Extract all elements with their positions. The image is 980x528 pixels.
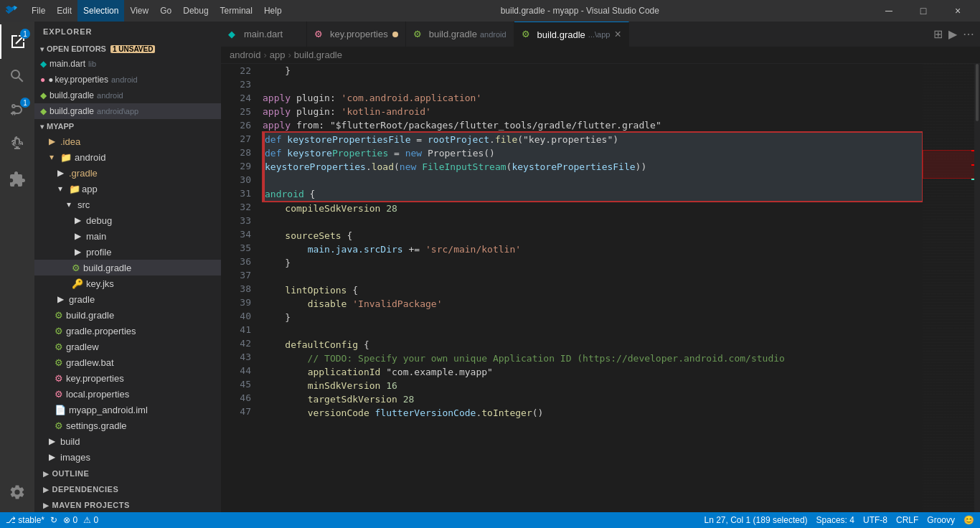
gradlew-bat-filename: gradlew.bat bbox=[66, 357, 114, 368]
main-dart-icon: ◆ bbox=[40, 59, 47, 69]
build-folder-chevron: ▶ bbox=[46, 435, 57, 447]
maximize-button[interactable]: □ bbox=[907, 0, 940, 22]
open-editor-build-gradle-android[interactable]: ◆ build.gradle android bbox=[34, 88, 221, 103]
run-icon[interactable]: ▶ bbox=[948, 27, 957, 41]
build-gradle-app-icon: ◆ bbox=[40, 106, 47, 116]
menu-selection[interactable]: Selection bbox=[77, 0, 124, 22]
sync-icon[interactable]: ↻ bbox=[50, 515, 57, 525]
debug-folder-name: debug bbox=[86, 215, 112, 226]
indentation[interactable]: Spaces: 4 bbox=[816, 515, 854, 525]
gradle-dir-chevron: ▶ bbox=[55, 293, 66, 305]
outline-section-label[interactable]: ▶ OUTLINE bbox=[34, 465, 221, 481]
code-line-43: // TODO: Specify your own unique Applica… bbox=[263, 352, 923, 365]
code-area[interactable]: 2223242526272829303132333435363738394041… bbox=[221, 64, 980, 512]
tab-build-gradle-android[interactable]: ⚙ build.gradle android bbox=[406, 22, 514, 47]
split-editor-icon[interactable]: ⊞ bbox=[933, 27, 943, 41]
tab-key-properties[interactable]: ⚙ key.properties bbox=[307, 22, 406, 47]
activity-search[interactable] bbox=[0, 59, 34, 93]
tree-debug-folder[interactable]: ▶ debug bbox=[34, 212, 221, 228]
tab-main-dart[interactable]: ◆ main.dart bbox=[221, 22, 307, 47]
close-button[interactable]: × bbox=[941, 0, 974, 22]
tree-profile-folder[interactable]: ▶ profile bbox=[34, 244, 221, 260]
tree-local-properties[interactable]: ⚙ local.properties bbox=[34, 386, 221, 402]
maven-section-label[interactable]: ▶ MAVEN PROJECTS bbox=[34, 496, 221, 512]
deps-chevron: ▶ bbox=[43, 486, 50, 494]
cursor-position[interactable]: Ln 27, Col 1 (189 selected) bbox=[705, 515, 808, 525]
build-gradle-app-tab-icon: ⚙ bbox=[522, 29, 533, 40]
activity-debug[interactable] bbox=[0, 128, 34, 162]
build-gradle-android-filename: build.gradle bbox=[66, 310, 114, 321]
src-folder-name: src bbox=[77, 199, 90, 210]
activity-explorer[interactable]: 1 bbox=[0, 24, 34, 59]
tree-main-folder[interactable]: ▶ main bbox=[34, 228, 221, 244]
line-number-42: 42 bbox=[221, 336, 251, 350]
tree-settings-gradle[interactable]: ⚙ settings.gradle bbox=[34, 418, 221, 433]
tree-build-gradle-app[interactable]: ⚙ build.gradle bbox=[34, 260, 221, 275]
tree-key-jks[interactable]: 🔑 key.jks bbox=[34, 275, 221, 291]
tree-build-folder[interactable]: ▶ build bbox=[34, 433, 221, 449]
menu-view[interactable]: View bbox=[124, 0, 154, 22]
editor-actions: ⊞ ▶ ⋯ bbox=[928, 22, 980, 47]
main-folder-name: main bbox=[86, 231, 106, 242]
tree-gradlew-bat[interactable]: ⚙ gradlew.bat bbox=[34, 354, 221, 370]
settings-gradle-filename: settings.gradle bbox=[66, 420, 127, 431]
dependencies-section-label[interactable]: ▶ DEPENDENCIES bbox=[34, 481, 221, 496]
line-ending[interactable]: CRLF bbox=[896, 515, 918, 525]
maven-chevron: ▶ bbox=[43, 501, 50, 509]
menu-edit[interactable]: Edit bbox=[51, 0, 77, 22]
minimize-button[interactable]: ─ bbox=[872, 0, 905, 22]
key-properties-modified-dot bbox=[392, 32, 398, 37]
breadcrumb-file[interactable]: build.gradle bbox=[294, 50, 342, 60]
tree-gradle-dir[interactable]: ▶ gradle bbox=[34, 291, 221, 307]
line-number-36: 36 bbox=[221, 255, 251, 268]
tree-gradle-properties[interactable]: ⚙ gradle.properties bbox=[34, 323, 221, 339]
open-editor-main-dart[interactable]: ◆ main.dart lib bbox=[34, 56, 221, 72]
line-number-33: 33 bbox=[221, 214, 251, 227]
code-content[interactable]: } apply plugin: 'com.android.application… bbox=[257, 64, 923, 512]
key-jks-icon: 🔑 bbox=[72, 278, 83, 289]
encoding[interactable]: UTF-8 bbox=[863, 515, 887, 525]
tree-src-folder[interactable]: ▾ src bbox=[34, 197, 221, 212]
tree-images-folder[interactable]: ▶ images bbox=[34, 449, 221, 465]
warnings-count[interactable]: ⚠ 0 bbox=[83, 515, 98, 525]
git-branch[interactable]: ⎇ stable* bbox=[6, 515, 44, 525]
breadcrumb-android[interactable]: android bbox=[230, 50, 260, 60]
tree-app-folder[interactable]: ▾ 📁 app bbox=[34, 181, 221, 197]
tree-myapp-iml[interactable]: 📄 myapp_android.iml bbox=[34, 402, 221, 418]
code-line-39: disable 'InvalidPackage' bbox=[263, 297, 923, 311]
tree-android[interactable]: ▾ 📁 android bbox=[34, 149, 221, 165]
tree-build-gradle-android[interactable]: ⚙ build.gradle bbox=[34, 307, 221, 323]
code-line-45: minSdkVersion 16 bbox=[263, 379, 923, 392]
menu-help[interactable]: Help bbox=[258, 0, 288, 22]
open-editor-key-properties[interactable]: ● ● key.properties android bbox=[34, 72, 221, 88]
myapp-header[interactable]: ▾ MYAPP bbox=[34, 119, 221, 133]
tree-gradlew[interactable]: ⚙ gradlew bbox=[34, 339, 221, 354]
activity-settings[interactable] bbox=[0, 475, 34, 509]
breadcrumb-app[interactable]: app bbox=[270, 50, 286, 60]
build-gradle-app-sublabel: android\app bbox=[97, 107, 138, 116]
tab-build-gradle-app[interactable]: ⚙ build.gradle ...\app × bbox=[514, 22, 629, 47]
sidebar-bottom: ▶ OUTLINE ▶ DEPENDENCIES ▶ MAVEN PROJECT… bbox=[34, 465, 221, 512]
line-number-28: 28 bbox=[221, 146, 251, 159]
feedback-icon[interactable]: 😊 bbox=[963, 515, 974, 525]
open-editor-build-gradle-app[interactable]: ◆ build.gradle android\app bbox=[34, 103, 221, 119]
menu-file[interactable]: File bbox=[26, 0, 51, 22]
more-actions-icon[interactable]: ⋯ bbox=[963, 27, 974, 41]
menu-debug[interactable]: Debug bbox=[177, 0, 214, 22]
code-line-24: apply plugin: 'com.android.application' bbox=[263, 91, 923, 105]
errors-count[interactable]: ⊗ 0 bbox=[63, 515, 77, 525]
menu-terminal[interactable]: Terminal bbox=[215, 0, 258, 22]
menu-go[interactable]: Go bbox=[154, 0, 177, 22]
tree-idea[interactable]: ▶ .idea bbox=[34, 133, 221, 149]
tree-gradle-folder[interactable]: ▶ .gradle bbox=[34, 165, 221, 181]
code-line-36: } bbox=[263, 256, 923, 270]
activity-extensions[interactable] bbox=[0, 162, 34, 197]
maven-label: MAVEN PROJECTS bbox=[52, 501, 130, 509]
open-editors-header[interactable]: ▾ OPEN EDITORS 1 UNSAVED bbox=[34, 42, 221, 56]
activity-source-control[interactable]: 1 bbox=[0, 93, 34, 128]
language-mode[interactable]: Groovy bbox=[927, 515, 955, 525]
build-gradle-app-tab-close[interactable]: × bbox=[614, 29, 621, 40]
myapp-section: ▾ MYAPP ▶ .idea ▾ 📁 android ▶ .gradle ▾ bbox=[34, 119, 221, 465]
tree-key-properties[interactable]: ⚙ key.properties bbox=[34, 370, 221, 386]
images-folder-name: images bbox=[60, 452, 90, 463]
